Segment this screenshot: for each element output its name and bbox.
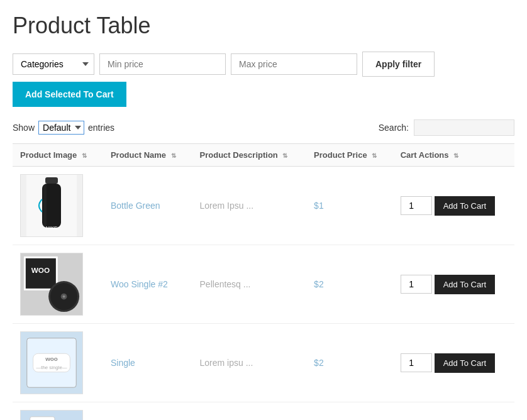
product-image-cell-3: WOO Single #1 <box>13 402 103 421</box>
product-name-cell-2: Single <box>103 324 192 402</box>
max-price-input[interactable] <box>231 53 357 75</box>
quantity-input-1[interactable] <box>401 275 432 294</box>
quantity-input-2[interactable] <box>401 353 432 372</box>
apply-filter-button[interactable]: Apply filter <box>362 52 435 77</box>
page-title: Product Table <box>13 13 514 39</box>
show-entries-control: Show Default 10 25 50 100 entries <box>13 121 114 135</box>
product-image-cell-0: NIKE <box>13 167 103 245</box>
table-body: NIKE Bottle Green Lorem Ipsu ... $1 Add … <box>13 167 514 421</box>
search-label: Search: <box>379 123 409 133</box>
svg-rect-23 <box>30 417 55 420</box>
table-row: WOO Single #1 Woo Single #1 Pellentesq .… <box>13 402 514 421</box>
table-header: Product Image ⇅ Product Name ⇅ Product D… <box>13 144 514 167</box>
sort-description-icon[interactable]: ⇅ <box>282 152 287 159</box>
product-image-0: NIKE <box>20 174 83 237</box>
cart-actions-cell-2: Add To Cart <box>393 324 514 402</box>
svg-text:WOO: WOO <box>31 266 50 274</box>
sort-name-icon[interactable]: ⇅ <box>171 152 176 159</box>
product-price-cell-1: $2 <box>306 245 393 324</box>
product-desc-cell-1: Pellentesq ... <box>192 245 307 324</box>
product-table: Product Image ⇅ Product Name ⇅ Product D… <box>13 143 514 420</box>
product-image-2: woo —the single— <box>20 331 83 394</box>
product-price-cell-2: $2 <box>306 324 393 402</box>
svg-rect-1 <box>45 177 58 184</box>
add-to-cart-button-0[interactable]: Add To Cart <box>435 196 495 216</box>
product-name-cell-3: Woo Single #1 <box>103 402 192 421</box>
entries-label: entries <box>88 123 114 133</box>
svg-point-12 <box>63 296 65 298</box>
cart-actions-0: Add To Cart <box>401 196 507 216</box>
product-name-2: Single <box>111 358 135 368</box>
product-desc-cell-0: Lorem Ipsu ... <box>192 167 307 245</box>
product-name-cell-0: Bottle Green <box>103 167 192 245</box>
sort-actions-icon[interactable]: ⇅ <box>453 152 458 159</box>
cart-actions-cell-0: Add To Cart <box>393 167 514 245</box>
sort-price-icon[interactable]: ⇅ <box>372 152 377 159</box>
product-image-1: WOO <box>20 253 83 316</box>
quantity-input-0[interactable] <box>401 196 432 215</box>
table-row: WOO Woo Single #2 Pellentesq ... $2 Add … <box>13 245 514 324</box>
product-image-cell-1: WOO <box>13 245 103 324</box>
product-price-cell-0: $1 <box>306 167 393 245</box>
col-price: Product Price ⇅ <box>306 144 393 167</box>
add-to-cart-button-2[interactable]: Add To Cart <box>435 353 495 373</box>
product-desc-cell-3: Pellentesq ... <box>192 402 307 421</box>
col-image: Product Image ⇅ <box>13 144 103 167</box>
product-name-0: Bottle Green <box>111 201 160 211</box>
table-row: woo —the single— Single Lorem ipsu ... $… <box>13 324 514 402</box>
product-price-0: $1 <box>314 201 324 211</box>
cart-actions-2: Add To Cart <box>401 353 507 373</box>
sort-image-icon[interactable]: ⇅ <box>82 152 87 159</box>
product-desc-0: Lorem Ipsu ... <box>200 201 254 211</box>
min-price-input[interactable] <box>99 53 226 75</box>
product-desc-cell-2: Lorem ipsu ... <box>192 324 307 402</box>
cart-actions-cell-1: Add To Cart <box>393 245 514 324</box>
product-name-cell-1: Woo Single #2 <box>103 245 192 324</box>
svg-text:—the single—: —the single— <box>36 365 67 370</box>
category-select[interactable]: Categories All Music Clothing <box>13 53 94 75</box>
search-input[interactable] <box>414 119 514 136</box>
product-price-2: $2 <box>314 358 324 368</box>
search-bar: Search: <box>379 119 514 136</box>
filter-bar: Categories All Music Clothing Apply filt… <box>13 52 514 107</box>
table-controls: Show Default 10 25 50 100 entries Search… <box>13 119 514 136</box>
cart-actions-cell-3: Add To Cart <box>393 402 514 421</box>
product-image-cell-2: woo —the single— <box>13 324 103 402</box>
product-price-cell-3: $3 <box>306 402 393 421</box>
table-row: NIKE Bottle Green Lorem Ipsu ... $1 Add … <box>13 167 514 245</box>
product-image-3: WOO Single #1 <box>20 410 83 420</box>
page-container: Product Table Categories All Music Cloth… <box>0 0 527 420</box>
product-desc-1: Pellentesq ... <box>200 279 251 289</box>
add-selected-to-cart-button[interactable]: Add Selected To Cart <box>13 82 126 107</box>
svg-rect-3 <box>43 185 47 226</box>
entries-select[interactable]: Default 10 25 50 100 <box>38 121 84 135</box>
product-price-1: $2 <box>314 279 324 289</box>
show-label: Show <box>13 123 35 133</box>
cart-actions-1: Add To Cart <box>401 275 507 294</box>
product-name-1: Woo Single #2 <box>111 279 168 289</box>
product-desc-2: Lorem ipsu ... <box>200 358 253 368</box>
col-actions: Cart Actions ⇅ <box>393 144 514 167</box>
col-description: Product Description ⇅ <box>192 144 307 167</box>
svg-text:NIKE: NIKE <box>46 225 58 231</box>
col-name: Product Name ⇅ <box>103 144 192 167</box>
svg-text:woo: woo <box>45 355 58 362</box>
add-to-cart-button-1[interactable]: Add To Cart <box>435 275 495 294</box>
